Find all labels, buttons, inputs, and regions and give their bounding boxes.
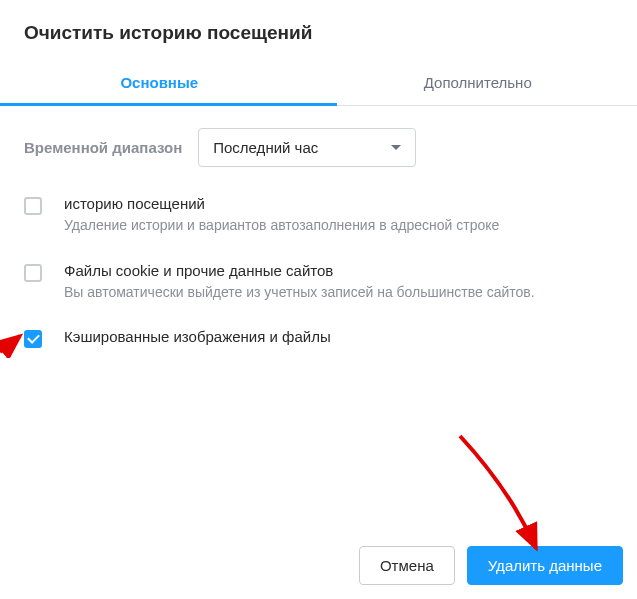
option-history: историю посещений Удаление истории и вар… [24, 195, 613, 236]
dialog-title: Очистить историю посещений [0, 22, 637, 62]
timerange-label: Временной диапазон [24, 139, 182, 156]
option-history-text: историю посещений Удаление истории и вар… [64, 195, 499, 236]
option-history-desc: Удаление истории и вариантов автозаполне… [64, 216, 499, 236]
timerange-select[interactable]: Последний час [198, 128, 416, 167]
option-cache: Кэшированные изображения и файлы [24, 328, 613, 349]
timerange-row: Временной диапазон Последний час [24, 128, 613, 167]
option-cookies-title: Файлы cookie и прочие данные сайтов [64, 262, 535, 279]
tab-advanced[interactable]: Дополнительно [319, 62, 638, 105]
tab-basic[interactable]: Основные [0, 62, 319, 105]
option-cookies-text: Файлы cookie и прочие данные сайтов Вы а… [64, 262, 535, 303]
checkbox-history[interactable] [24, 197, 42, 215]
clear-browsing-data-dialog: Очистить историю посещений Основные Допо… [0, 0, 637, 599]
checkbox-cache[interactable] [24, 330, 42, 348]
dialog-content: Временной диапазон Последний час историю… [0, 106, 637, 349]
dialog-footer: Отмена Удалить данные [359, 546, 623, 585]
option-cookies-desc: Вы автоматически выйдете из учетных запи… [64, 283, 535, 303]
option-cache-title: Кэшированные изображения и файлы [64, 328, 331, 345]
tabs: Основные Дополнительно [0, 62, 637, 106]
option-cache-text: Кэшированные изображения и файлы [64, 328, 331, 349]
tab-basic-label: Основные [120, 74, 198, 91]
timerange-value: Последний час [213, 139, 318, 156]
cancel-button[interactable]: Отмена [359, 546, 455, 585]
tab-advanced-label: Дополнительно [424, 74, 532, 91]
confirm-button[interactable]: Удалить данные [467, 546, 623, 585]
option-cookies: Файлы cookie и прочие данные сайтов Вы а… [24, 262, 613, 303]
checkbox-cookies[interactable] [24, 264, 42, 282]
option-history-title: историю посещений [64, 195, 499, 212]
chevron-down-icon [391, 145, 401, 150]
